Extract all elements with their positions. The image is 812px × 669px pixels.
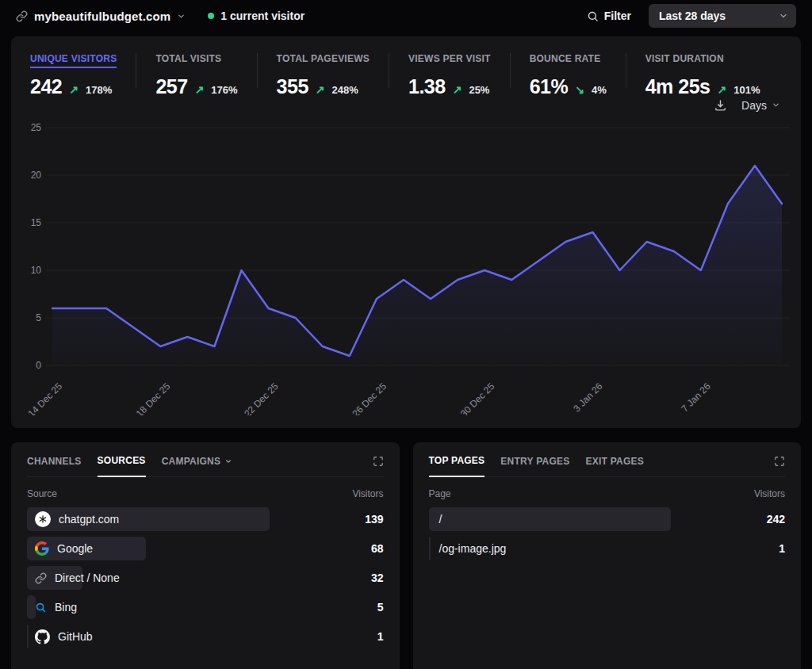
- filter-label: Filter: [604, 10, 631, 22]
- sources-tabs: CHANNELS SOURCES CAMPAIGNS: [27, 455, 384, 477]
- pages-panel: TOP PAGES ENTRY PAGES EXIT PAGES Page Vi…: [413, 442, 802, 669]
- tab-top-pages[interactable]: TOP PAGES: [429, 455, 485, 477]
- source-label[interactable]: Bing: [55, 601, 77, 614]
- column-source: Source: [27, 488, 57, 499]
- svg-text:7 Jan 26: 7 Jan 26: [679, 380, 713, 415]
- stat-value: 355: [277, 75, 308, 98]
- source-label[interactable]: GitHub: [58, 630, 93, 643]
- svg-text:0: 0: [36, 360, 41, 371]
- stat-views-per-visit[interactable]: VIEWS PER VISIT 1.38↗25%: [389, 49, 510, 98]
- column-visitors: Visitors: [754, 488, 785, 499]
- svg-text:10: 10: [31, 265, 42, 276]
- tab-channels[interactable]: CHANNELS: [27, 456, 82, 476]
- source-row[interactable]: chatgpt.com 139: [27, 507, 384, 531]
- search-icon: [587, 10, 599, 22]
- svg-text:14 Dec 25: 14 Dec 25: [27, 380, 64, 415]
- site-switcher[interactable]: mybeautifulbudget.com: [16, 10, 186, 23]
- page-value: 1: [779, 542, 785, 555]
- stat-value: 4m 25s: [645, 75, 710, 98]
- stat-label[interactable]: TOTAL VISITS: [155, 53, 221, 68]
- stat-visit-duration[interactable]: VISIT DURATION 4m 25s↗101%: [626, 49, 779, 98]
- source-row[interactable]: Google 68: [27, 537, 384, 560]
- stat-label[interactable]: TOTAL PAGEVIEWS: [277, 53, 370, 68]
- stat-unique-visitors[interactable]: UNIQUE VISITORS 242↗178%: [30, 49, 136, 98]
- source-label[interactable]: chatgpt.com: [59, 513, 119, 526]
- trend-up-icon: ↗: [453, 83, 462, 96]
- page-value: 242: [767, 513, 785, 526]
- chatgpt-icon: [35, 511, 51, 527]
- source-value: 68: [371, 542, 384, 555]
- page-row[interactable]: /og-image.jpg 1: [429, 537, 786, 560]
- expand-icon[interactable]: [373, 456, 384, 476]
- stat-bounce-rate[interactable]: BOUNCE RATE 61%↘4%: [511, 49, 626, 98]
- stat-label[interactable]: VISIT DURATION: [645, 53, 724, 68]
- stat-change: 4%: [592, 84, 607, 96]
- trend-up-icon: ↗: [69, 83, 79, 96]
- chevron-down-icon: [772, 101, 780, 109]
- visitors-chart-wrap: 051015202514 Dec 2518 Dec 2522 Dec 2526 …: [27, 118, 798, 415]
- interval-label: Days: [741, 99, 767, 112]
- analytics-panel: UNIQUE VISITORS 242↗178% TOTAL VISITS 25…: [11, 36, 801, 428]
- svg-text:15: 15: [31, 217, 42, 228]
- source-value: 5: [377, 601, 384, 614]
- tab-sources[interactable]: SOURCES: [98, 455, 146, 477]
- stat-change: 101%: [733, 84, 760, 96]
- visitors-chart[interactable]: 051015202514 Dec 2518 Dec 2522 Dec 2526 …: [27, 118, 798, 415]
- sources-columns: Source Visitors: [27, 488, 384, 499]
- stat-value: 257: [155, 75, 187, 98]
- page-row[interactable]: / 242: [429, 507, 786, 531]
- sources-panel: CHANNELS SOURCES CAMPAIGNS Source Visito…: [11, 442, 400, 669]
- stat-total-pageviews[interactable]: TOTAL PAGEVIEWS 355↗248%: [258, 49, 389, 98]
- top-bar-right: Filter Last 28 days: [587, 4, 796, 28]
- trend-up-icon: ↗: [718, 83, 727, 96]
- page-label[interactable]: /: [439, 513, 442, 526]
- google-icon: [35, 541, 49, 556]
- page-label[interactable]: /og-image.jpg: [439, 542, 507, 555]
- trend-up-icon: ↗: [195, 83, 205, 96]
- github-icon: [35, 629, 50, 644]
- svg-text:3 Jan 26: 3 Jan 26: [571, 380, 605, 415]
- trend-up-icon: ↗: [316, 83, 325, 96]
- source-value: 32: [371, 572, 384, 584]
- stat-change: 178%: [86, 84, 112, 96]
- trend-down-icon: ↘: [575, 83, 584, 96]
- source-label[interactable]: Google: [57, 542, 93, 555]
- svg-text:18 Dec 25: 18 Dec 25: [134, 380, 173, 415]
- column-page: Page: [429, 488, 451, 499]
- filter-button[interactable]: Filter: [587, 10, 631, 22]
- chevron-down-icon: [177, 12, 186, 21]
- live-dot-icon: [208, 13, 214, 19]
- chart-controls: Days: [714, 98, 780, 112]
- tab-campaigns-label: CAMPAIGNS: [162, 456, 221, 467]
- stat-value: 242: [30, 75, 62, 98]
- stat-total-visits[interactable]: TOTAL VISITS 257↗176%: [136, 49, 256, 98]
- source-row[interactable]: Direct / None 32: [27, 566, 384, 590]
- stat-change: 248%: [332, 84, 358, 96]
- bing-icon: [35, 602, 47, 614]
- pages-tabs: TOP PAGES ENTRY PAGES EXIT PAGES: [429, 455, 786, 477]
- source-row[interactable]: GitHub 1: [27, 625, 384, 648]
- source-value: 139: [365, 513, 383, 526]
- tab-entry-pages[interactable]: ENTRY PAGES: [500, 456, 569, 476]
- date-range-selector[interactable]: Last 28 days: [649, 4, 796, 28]
- bottom-panels: CHANNELS SOURCES CAMPAIGNS Source Visito…: [11, 442, 801, 669]
- download-icon[interactable]: [714, 98, 727, 112]
- source-value: 1: [377, 630, 384, 643]
- stat-label[interactable]: BOUNCE RATE: [530, 53, 601, 68]
- tab-exit-pages[interactable]: EXIT PAGES: [585, 456, 644, 476]
- svg-text:5: 5: [36, 312, 41, 323]
- interval-selector[interactable]: Days: [741, 99, 780, 112]
- source-row[interactable]: Bing 5: [27, 595, 384, 619]
- source-label[interactable]: Direct / None: [55, 572, 120, 584]
- expand-icon[interactable]: [774, 456, 785, 476]
- svg-text:20: 20: [31, 170, 42, 181]
- pages-columns: Page Visitors: [429, 488, 786, 499]
- stat-change: 25%: [469, 84, 489, 96]
- svg-text:25: 25: [31, 122, 42, 133]
- date-range-value: Last 28 days: [659, 10, 726, 22]
- stat-label[interactable]: VIEWS PER VISIT: [408, 53, 491, 68]
- current-visitors[interactable]: 1 current visitor: [208, 10, 304, 22]
- stat-label[interactable]: UNIQUE VISITORS: [30, 53, 117, 68]
- top-bar: mybeautifulbudget.com 1 current visitor …: [0, 0, 812, 32]
- tab-campaigns[interactable]: CAMPAIGNS: [162, 456, 233, 476]
